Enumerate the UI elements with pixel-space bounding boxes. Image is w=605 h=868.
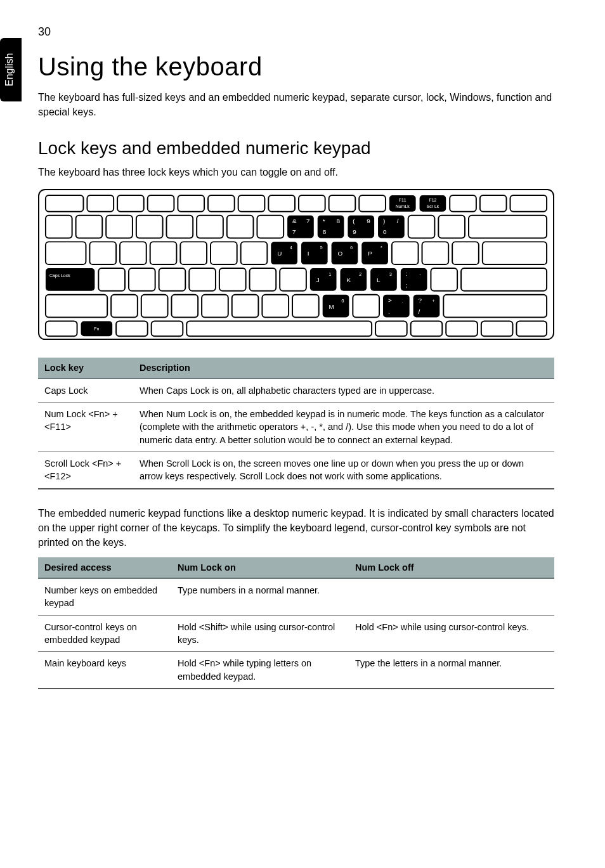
key-o: O6 xyxy=(332,242,358,264)
keyboard-svg: .k{fill:#fff;stroke:#000;stroke-width:2;… xyxy=(38,189,554,340)
svg-rect-69 xyxy=(129,268,155,291)
language-tab: English xyxy=(0,38,22,101)
svg-text:L: L xyxy=(377,276,381,283)
table-row: Caps Lock When Caps Lock is on, all alph… xyxy=(38,379,554,403)
page-title: Using the keyboard xyxy=(38,53,554,81)
svg-text:?: ? xyxy=(419,296,422,303)
svg-rect-57 xyxy=(332,242,358,264)
svg-text:J: J xyxy=(316,276,320,283)
svg-rect-37 xyxy=(378,215,405,238)
svg-text:7: 7 xyxy=(292,228,296,235)
table1-cell-key: Scroll Lock <Fn> + <F12> xyxy=(38,451,133,488)
table2-cell: Number keys on embedded keypad xyxy=(38,578,171,615)
svg-rect-10 xyxy=(329,195,356,211)
svg-text:;: ; xyxy=(406,281,408,288)
svg-text:9: 9 xyxy=(367,217,370,224)
svg-rect-41 xyxy=(408,215,435,238)
key-8: * 8 8 xyxy=(318,215,344,238)
table-row: Cursor-control keys on embedded keypad H… xyxy=(38,615,554,652)
svg-text:8: 8 xyxy=(323,228,327,235)
svg-rect-15 xyxy=(480,195,507,211)
svg-rect-98 xyxy=(323,294,349,317)
svg-rect-73 xyxy=(250,268,276,291)
svg-rect-9 xyxy=(299,195,325,211)
svg-rect-90 xyxy=(46,294,107,317)
svg-text:0: 0 xyxy=(341,298,344,302)
svg-rect-20 xyxy=(136,215,163,238)
svg-rect-96 xyxy=(262,294,289,317)
svg-text:5: 5 xyxy=(320,245,323,250)
svg-rect-118 xyxy=(446,321,478,336)
table-row: Num Lock <Fn> + <F11> When Num Lock is o… xyxy=(38,403,554,452)
svg-rect-74 xyxy=(280,268,306,291)
mid-paragraph: The embedded numeric keypad functions li… xyxy=(38,506,554,550)
svg-rect-116 xyxy=(375,321,407,336)
table1-cell-desc: When Num Lock is on, the embedded keypad… xyxy=(133,403,554,452)
svg-rect-117 xyxy=(411,321,443,336)
svg-rect-68 xyxy=(98,268,125,291)
svg-text:8: 8 xyxy=(337,217,341,224)
svg-rect-54 xyxy=(301,242,328,264)
svg-rect-43 xyxy=(469,215,547,238)
svg-text:-: - xyxy=(420,272,421,276)
svg-text:I: I xyxy=(308,250,309,257)
desired-access-table: Desired access Num Lock on Num Lock off … xyxy=(38,557,554,689)
svg-rect-91 xyxy=(111,294,138,317)
section-title: Lock keys and embedded numeric keypad xyxy=(38,138,554,159)
key-m: M0 xyxy=(323,294,349,317)
svg-rect-119 xyxy=(481,321,513,336)
svg-rect-71 xyxy=(189,268,216,291)
svg-text:U: U xyxy=(277,250,282,257)
svg-rect-89 xyxy=(461,268,547,291)
section-intro: The keyboard has three lock keys which y… xyxy=(38,165,554,179)
svg-rect-47 xyxy=(150,242,177,264)
svg-rect-75 xyxy=(310,268,337,291)
svg-rect-33 xyxy=(348,215,374,238)
svg-text:K: K xyxy=(346,276,351,283)
svg-text:0: 0 xyxy=(383,228,387,235)
intro-paragraph: The keyboard has full-sized keys and an … xyxy=(38,90,554,119)
svg-text:P: P xyxy=(368,250,372,257)
key-0: ) / 0 xyxy=(378,215,405,238)
svg-rect-65 xyxy=(452,242,479,264)
svg-rect-94 xyxy=(202,294,228,317)
svg-rect-102 xyxy=(383,294,410,317)
table2-cell: Main keyboard keys xyxy=(38,652,171,689)
f11-sub: NumLk xyxy=(396,204,410,208)
svg-rect-21 xyxy=(167,215,193,238)
svg-text:3: 3 xyxy=(389,272,392,276)
svg-text:*: * xyxy=(381,245,382,250)
svg-text:4: 4 xyxy=(290,245,292,250)
table2-cell: Hold <Fn> while using cursor-control key… xyxy=(349,615,554,652)
svg-rect-7 xyxy=(238,195,265,211)
svg-rect-101 xyxy=(353,294,379,317)
svg-rect-106 xyxy=(413,294,440,317)
svg-text:+: + xyxy=(432,298,434,302)
table1-header-key: Lock key xyxy=(38,358,133,379)
svg-rect-1 xyxy=(46,195,84,211)
svg-rect-95 xyxy=(232,294,259,317)
table1-cell-desc: When Caps Lock is on, all alphabetic cha… xyxy=(133,379,554,403)
caps-lock-label: Caps Lock xyxy=(49,273,70,278)
svg-rect-70 xyxy=(159,268,186,291)
table1-cell-key: Num Lock <Fn> + <F11> xyxy=(38,403,133,452)
svg-rect-2 xyxy=(87,195,114,211)
f11-label: F11 xyxy=(399,197,407,202)
svg-rect-97 xyxy=(292,294,319,317)
page-number: 30 xyxy=(38,25,554,39)
svg-text:/: / xyxy=(397,217,399,224)
svg-rect-88 xyxy=(431,268,457,291)
svg-rect-111 xyxy=(46,321,77,336)
table1-header-desc: Description xyxy=(133,358,554,379)
table-row: Main keyboard keys Hold <Fn> while typin… xyxy=(38,652,554,689)
svg-text:/: / xyxy=(419,308,420,314)
fn-label: Fn xyxy=(94,327,99,331)
svg-rect-84 xyxy=(401,268,427,291)
svg-rect-23 xyxy=(227,215,254,238)
svg-rect-5 xyxy=(178,195,204,211)
key-period: >.. xyxy=(383,294,410,317)
key-p: P* xyxy=(361,242,388,264)
svg-rect-67 xyxy=(46,268,94,291)
table2-cell: Hold <Shift> while using cursor-control … xyxy=(171,615,349,652)
svg-rect-113 xyxy=(116,321,148,336)
